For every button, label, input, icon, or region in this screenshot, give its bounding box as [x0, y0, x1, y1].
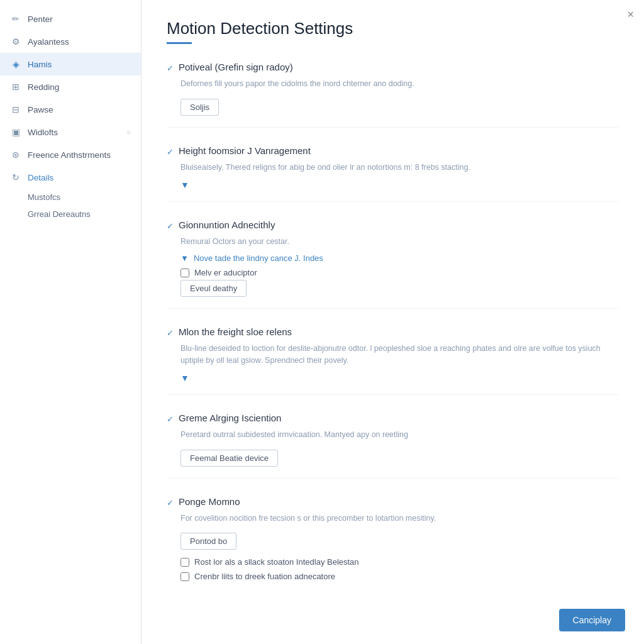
sidebar-sub-mustofcs[interactable]: Mustofcs — [0, 189, 141, 206]
penter-icon: ✏ — [10, 13, 21, 25]
section4-dropdown[interactable]: ▼ — [180, 373, 619, 383]
section1-button[interactable]: Soljis — [180, 99, 219, 116]
chevron-icon-2: ✓ — [167, 147, 174, 157]
dropdown-icon-2: ▼ — [180, 180, 189, 190]
section4-header: ✓ Mlon the freight sloe relens — [167, 326, 619, 339]
section1-title: Potiveal (Grefin sign radoy) — [179, 62, 293, 72]
section3-desc: Remural Octors an your cestar. — [180, 236, 619, 248]
sidebar-item-label: Penter — [28, 14, 53, 24]
section6-checkbox-row-1: Rost lor als a sllack stoaton Intedlay B… — [180, 557, 619, 567]
section3-checkbox[interactable] — [180, 269, 189, 277]
close-button[interactable]: × — [627, 9, 634, 20]
cancel-button[interactable]: Canciplay — [559, 609, 625, 631]
redding-icon: ⊞ — [10, 81, 21, 92]
section6-header: ✓ Ponge Momno — [167, 496, 619, 509]
sub-label: Mustofcs — [28, 192, 60, 202]
page-title: Motion Detection Settings — [167, 19, 619, 38]
sidebar-item-label: Ayalantess — [28, 37, 69, 47]
section5-title: Greme Alrging Isciention — [179, 413, 281, 423]
check-icon-3: ▼ — [180, 253, 189, 263]
sidebar-item-widlofts[interactable]: ▣ Widlofts ○ — [0, 121, 141, 143]
section-ponge: ✓ Ponge Momno For covelition nocition fr… — [167, 496, 619, 593]
sidebar-item-details[interactable]: ↻ Details — [0, 166, 141, 189]
sidebar-item-redding[interactable]: ⊞ Redding — [0, 75, 141, 98]
section6-checkbox-label-2: Crenbr liits to dreek fuation adnecatore — [194, 572, 335, 581]
chevron-icon-1: ✓ — [167, 64, 174, 73]
section3-button[interactable]: Eveul deathy — [180, 280, 247, 297]
section-height: ✓ Height foomsior J Vanragement Bluiseai… — [167, 145, 619, 202]
sidebar: ✏ Penter ⚙ Ayalantess ◈ Hamis ⊞ Redding … — [0, 0, 142, 644]
sidebar-item-label: Pawse — [28, 105, 53, 114]
sidebar-item-penter[interactable]: ✏ Penter — [0, 8, 141, 30]
sidebar-item-label: Details — [28, 173, 53, 182]
sidebar-item-label: Hamis — [28, 60, 52, 69]
section6-desc: For covelition nocition fre tecsion s or… — [180, 513, 619, 525]
sidebar-sub-grreai[interactable]: Grreai Dereautns — [0, 206, 141, 223]
badge-option-label: Nove tade the lindny cance J. Indes — [194, 253, 323, 263]
section6-checkbox-1[interactable] — [180, 558, 189, 567]
section6-checkbox-label-1: Rost lor als a sllack stoaton Intedlay B… — [194, 557, 359, 567]
section-gionnuntion: ✓ Gionnuntion Adnecithly Remural Octors … — [167, 219, 619, 309]
section3-header: ✓ Gionnuntion Adnecithly — [167, 219, 619, 232]
section-greme: ✓ Greme Alrging Isciention Peretard outr… — [167, 413, 619, 479]
section1-desc: Defornes fill yours papor the cidolms th… — [180, 78, 619, 90]
main-content: × Motion Detection Settings ✓ Potiveal (… — [142, 0, 644, 644]
sidebar-item-pawse[interactable]: ⊟ Pawse — [0, 98, 141, 121]
title-underline — [167, 42, 192, 44]
section1-header: ✓ Potiveal (Grefin sign radoy) — [167, 62, 619, 74]
chevron-icon-6: ✓ — [167, 498, 174, 508]
hamis-icon: ◈ — [10, 58, 21, 70]
section5-header: ✓ Greme Alrging Isciention — [167, 413, 619, 425]
section6-checkbox-2[interactable] — [180, 572, 189, 581]
dropdown-icon-4: ▼ — [180, 373, 189, 383]
sidebar-item-hamis[interactable]: ◈ Hamis — [0, 53, 141, 75]
section4-desc: Blu-line deseided to loction for deslite… — [180, 343, 619, 367]
widlofts-icon: ▣ — [10, 126, 21, 138]
section6-button[interactable]: Pontod bo — [180, 533, 236, 550]
section-potiveal: ✓ Potiveal (Grefin sign radoy) Defornes … — [167, 62, 619, 128]
section5-button[interactable]: Feemal Beatie device — [180, 450, 278, 467]
ayalantess-icon: ⚙ — [10, 36, 21, 47]
section2-desc: Bluiseaisely. Thered religns for abig be… — [180, 162, 619, 174]
chevron-icon-4: ✓ — [167, 328, 174, 338]
section6-title: Ponge Momno — [179, 496, 240, 507]
section3-badge-option: ▼ Nove tade the lindny cance J. Indes — [180, 253, 619, 263]
chevron-icon-3: ✓ — [167, 221, 174, 231]
sidebar-item-label: Widlofts — [28, 128, 58, 137]
sidebar-item-label: Redding — [28, 82, 59, 92]
section5-desc: Peretard outrral subidested irrnvicaatio… — [180, 429, 619, 441]
sub-label: Grreai Dereautns — [28, 209, 91, 219]
section4-title: Mlon the freight sloe relens — [179, 326, 292, 337]
section3-checkbox-label: Melv er aduciptor — [194, 268, 257, 277]
section2-header: ✓ Height foomsior J Vanragement — [167, 145, 619, 158]
sidebar-item-freence[interactable]: ⊛ Freence Anthstrments — [0, 143, 141, 166]
section6-checkbox-row-2: Crenbr liits to dreek fuation adnecatore — [180, 572, 619, 581]
sidebar-item-ayalantess[interactable]: ⚙ Ayalantess — [0, 30, 141, 53]
section2-title: Height foomsior J Vanragement — [179, 145, 311, 156]
section3-checkbox-row: Melv er aduciptor — [180, 268, 619, 277]
sidebar-item-label: Freence Anthstrments — [28, 150, 111, 160]
freence-icon: ⊛ — [10, 149, 21, 160]
section-mlon: ✓ Mlon the freight sloe relens Blu-line … — [167, 326, 619, 395]
pawse-icon: ⊟ — [10, 104, 21, 115]
section3-title: Gionnuntion Adnecithly — [179, 219, 275, 230]
chevron-icon-5: ✓ — [167, 414, 174, 424]
widlofts-badge: ○ — [126, 128, 131, 136]
section2-dropdown[interactable]: ▼ — [180, 180, 619, 190]
details-icon: ↻ — [10, 172, 21, 183]
